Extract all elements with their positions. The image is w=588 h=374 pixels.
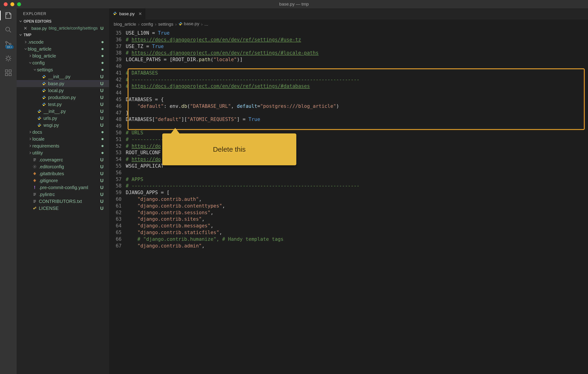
code-line[interactable]: # https://docs.djangoproject.com/en/dev/… [126, 50, 588, 56]
file-row[interactable]: __init__.pyU [17, 73, 109, 80]
breadcrumb-item[interactable]: blog_article [114, 22, 136, 27]
file-row[interactable]: base.pyU [17, 80, 109, 87]
breadcrumb-item[interactable]: ... [205, 22, 208, 27]
file-row[interactable]: LICENSEU [17, 205, 109, 212]
folder-row[interactable]: config [17, 59, 109, 66]
code-line[interactable]: "default": env.db("DATABASE_URL", defaul… [126, 103, 588, 110]
line-number: 65 [111, 229, 122, 236]
line-number: 59 [111, 189, 122, 196]
folder-row[interactable]: utility [17, 149, 109, 156]
file-row[interactable]: production.pyU [17, 94, 109, 101]
code-line[interactable]: USE_TZ = True [126, 43, 588, 50]
explorer-icon[interactable] [4, 11, 12, 19]
code-line[interactable]: USE_L10N = True [126, 30, 588, 37]
chevron-down-icon [19, 33, 23, 37]
chevron-down-icon[interactable] [24, 47, 28, 51]
explorer-title: EXPLORER [17, 8, 109, 18]
minimize-window-icon[interactable] [10, 2, 14, 6]
chevron-right-icon[interactable] [24, 40, 28, 44]
code-line[interactable]: "django.contrib.contenttypes", [126, 203, 588, 209]
chevron-right-icon[interactable] [28, 131, 32, 134]
chevron-right-icon[interactable] [28, 54, 32, 58]
code-line[interactable]: DATABASES["default"]["ATOMIC_REQUESTS"] … [126, 116, 588, 123]
breadcrumb-separator: › [155, 22, 156, 27]
code-line[interactable] [126, 170, 588, 176]
search-icon[interactable] [4, 26, 12, 34]
code-line[interactable]: "django.contrib.staticfiles", [126, 229, 588, 236]
diamond-icon [32, 171, 37, 176]
folder-row[interactable]: locale [17, 135, 109, 142]
code-line[interactable]: DATABASES = { [126, 96, 588, 103]
file-row[interactable]: .coveragercU [17, 156, 109, 163]
close-icon[interactable]: ✕ [138, 11, 142, 16]
chevron-down-icon[interactable] [33, 68, 37, 71]
folder-row[interactable]: requirements [17, 142, 109, 149]
gear-icon [32, 164, 37, 169]
file-row[interactable]: CONTRIBUTORS.txtU [17, 198, 109, 205]
file-row[interactable]: .gitignoreU [17, 177, 109, 184]
breadcrumb-item[interactable]: settings [158, 22, 173, 27]
code-line[interactable]: LOCALE_PATHS = [ROOT_DIR.path("locale")] [126, 56, 588, 63]
file-row[interactable]: urls.pyU [17, 115, 109, 122]
explorer-sidebar: EXPLORER OPEN EDITORS ✕ base.py blog_art… [17, 8, 109, 374]
chevron-down-icon[interactable] [28, 61, 32, 64]
open-editors-header[interactable]: OPEN EDITORS [17, 18, 109, 25]
extensions-icon[interactable] [4, 69, 12, 77]
modified-dot-icon [102, 131, 104, 133]
code-line[interactable] [126, 63, 588, 70]
python-icon [42, 74, 46, 79]
maximize-window-icon[interactable] [17, 2, 21, 6]
close-icon[interactable]: ✕ [23, 26, 28, 31]
open-editor-item[interactable]: ✕ base.py blog_article/config/settings U [17, 25, 109, 32]
file-row[interactable]: local.pyU [17, 87, 109, 94]
folder-row[interactable]: settings [17, 66, 109, 73]
code-line[interactable]: # "django.contrib.humanize", # Handy tem… [126, 236, 588, 243]
folder-row[interactable]: docs [17, 129, 109, 135]
chevron-right-icon[interactable] [28, 151, 32, 154]
bang-icon: ! [32, 185, 37, 190]
breadcrumbs[interactable]: blog_article›config›settings› base.py›..… [109, 19, 588, 29]
line-number: 44 [111, 90, 122, 96]
code-line[interactable]: # --------------------------------------… [126, 76, 588, 83]
source-control-icon[interactable]: 1K+ [4, 40, 12, 48]
file-row[interactable]: test.pyU [17, 101, 109, 108]
code-line[interactable] [126, 123, 588, 130]
file-row[interactable]: .pylintrcU [17, 191, 109, 198]
file-row[interactable]: !.pre-commit-config.yamlU [17, 184, 109, 191]
code-line[interactable]: # DATABASES [126, 70, 588, 76]
line-number: 48 [111, 116, 122, 123]
file-row[interactable]: .gitattributesU [17, 170, 109, 177]
code-line[interactable]: "django.contrib.auth", [126, 196, 588, 203]
git-status: U [100, 199, 104, 204]
code-line[interactable]: DJANGO_APPS = [ [126, 189, 588, 196]
close-window-icon[interactable] [4, 2, 8, 6]
folder-row[interactable]: blog_article [17, 45, 109, 52]
window-title: base.py — tmp [279, 2, 309, 7]
code-line[interactable]: # APPS [126, 176, 588, 183]
file-row[interactable]: __init__.pyU [17, 108, 109, 115]
code-line[interactable]: # https://docs.djangoproject.com/en/dev/… [126, 37, 588, 43]
code-line[interactable]: "django.contrib.admin", [126, 243, 588, 249]
breadcrumb-item[interactable]: base.py [178, 21, 199, 27]
code-line[interactable]: "django.contrib.sites", [126, 216, 588, 222]
file-row[interactable]: wsgi.pyU [17, 122, 109, 129]
code-line[interactable]: "django.contrib.messages", [126, 222, 588, 229]
workspace-header[interactable]: TMP [17, 32, 109, 39]
code-line[interactable]: # --------------------------------------… [126, 183, 588, 189]
file-row[interactable]: .editorconfigU [17, 163, 109, 170]
tab-base-py[interactable]: base.py ✕ [109, 8, 146, 19]
code-line[interactable]: } [126, 110, 588, 116]
python-icon [42, 95, 46, 100]
code-line[interactable]: # https://docs.djangoproject.com/en/dev/… [126, 83, 588, 90]
chevron-right-icon[interactable] [28, 137, 32, 141]
folder-row[interactable]: .vscode [17, 39, 109, 45]
code-line[interactable]: "django.contrib.sessions", [126, 209, 588, 216]
svg-point-9 [34, 166, 35, 167]
debug-icon[interactable] [4, 54, 12, 62]
file-tree: .vscodeblog_articleblog_articleconfigset… [17, 39, 109, 374]
code-line[interactable] [126, 90, 588, 96]
svg-point-10 [33, 208, 35, 209]
folder-row[interactable]: blog_article [17, 52, 109, 59]
breadcrumb-item[interactable]: config [141, 22, 153, 27]
chevron-right-icon[interactable] [28, 144, 32, 148]
